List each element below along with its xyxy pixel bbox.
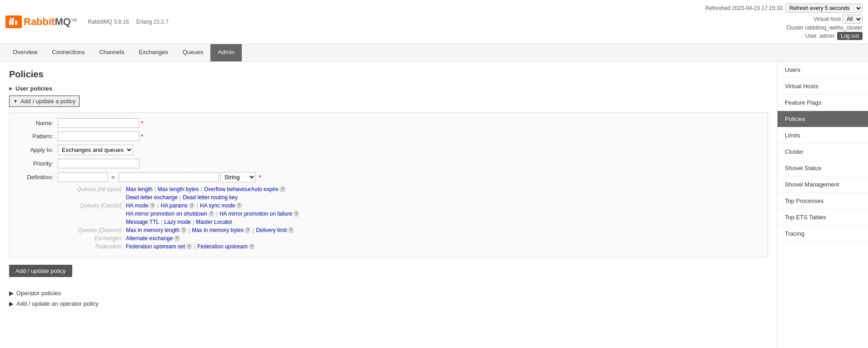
name-label: Name:: [17, 120, 58, 126]
sidebar-item-policies[interactable]: Policies: [778, 111, 868, 127]
dead-letter-exchange-link[interactable]: Dead letter exchange: [126, 194, 178, 201]
sep1: |: [155, 186, 156, 192]
nav-item-connections[interactable]: Connections: [45, 44, 92, 61]
definition-value-input[interactable]: [119, 172, 219, 182]
overflow-link[interactable]: Overflow behaviour: [204, 186, 251, 192]
operator-policies-header[interactable]: ▶ Operator policies: [9, 290, 768, 297]
cluster-value: rabbitmq_weihu_cluster: [805, 25, 863, 31]
queues-quorum-links: Max in memory length ? | Max in memory b…: [126, 227, 294, 233]
sidebar-item-shovel-status[interactable]: Shovel Status: [778, 160, 868, 177]
apply-to-row: Apply to: Exchanges and queues Exchanges…: [17, 145, 760, 155]
add-operator-header[interactable]: ▶ Add / update an operator policy: [9, 300, 768, 307]
master-locator-link[interactable]: Master Locator: [196, 219, 232, 225]
header: RabbitMQTM RabbitMQ 3.8.16 Erlang 23.2.7…: [0, 0, 868, 44]
max-in-memory-bytes-help[interactable]: ?: [244, 227, 251, 233]
ha-mode-link[interactable]: HA mode: [126, 202, 148, 209]
auto-expire-help[interactable]: ?: [279, 186, 286, 192]
auto-expire-link[interactable]: Auto expire: [251, 186, 279, 192]
logo: RabbitMQTM: [5, 15, 77, 28]
sidebar-item-users[interactable]: Users: [778, 62, 868, 78]
definition-type-select[interactable]: String Number Boolean List: [220, 172, 256, 182]
vhost-select[interactable]: All: [843, 15, 863, 24]
message-ttl-links: Message TTL | Lazy mode | Master Locator: [126, 219, 232, 225]
sidebar-item-top-processes[interactable]: Top Processes: [778, 193, 868, 209]
ha-mirror-failure-help[interactable]: ?: [293, 211, 299, 217]
help-table: Queues [All types] Max length | Max leng…: [62, 186, 760, 250]
sidebar-item-limits[interactable]: Limits: [778, 127, 868, 144]
federation-upstream-link[interactable]: Federation upstream: [197, 243, 248, 250]
max-length-bytes-link[interactable]: Max length bytes: [158, 186, 199, 192]
svg-rect-3: [10, 18, 11, 21]
definition-required: *: [259, 174, 261, 181]
sidebar-item-tracing[interactable]: Tracing: [778, 226, 868, 242]
nav-item-overview[interactable]: Overview: [5, 44, 45, 61]
main: Policies ▶ User policies ▼ Add / update …: [0, 62, 868, 348]
ha-mirror-shutdown-help[interactable]: ?: [208, 211, 215, 217]
ha-mirror-links: HA mirror promotion on shutdown ? | HA m…: [126, 211, 299, 217]
definition-row: Definition: = String Number Boolean List…: [17, 172, 760, 182]
nav-item-exchanges[interactable]: Exchanges: [131, 44, 175, 61]
max-in-memory-length-help[interactable]: ?: [180, 227, 187, 233]
add-policy-label: Add / update a policy: [20, 98, 75, 105]
logout-button[interactable]: Log out: [837, 32, 863, 40]
exchanges-links: Alternate exchange ?: [126, 235, 180, 242]
lazy-mode-link[interactable]: Lazy mode: [164, 219, 191, 225]
ha-params-link[interactable]: HA params: [160, 202, 187, 209]
apply-to-select[interactable]: Exchanges and queues Exchanges Queues: [58, 145, 133, 155]
ha-mirror-promotion-shutdown-link[interactable]: HA mirror promotion on shutdown: [126, 211, 207, 217]
cluster-label: Cluster: [786, 25, 803, 31]
queues-classic-links: HA mode ? | HA params ? | HA sync mode ?: [126, 202, 242, 209]
refresh-select[interactable]: Refresh every 5 seconds Refresh every 10…: [785, 4, 863, 13]
sep10: |: [253, 227, 254, 233]
nav-item-queues[interactable]: Queues: [175, 44, 211, 61]
delivery-limit-help[interactable]: ?: [288, 227, 294, 233]
ha-sync-mode-help[interactable]: ?: [236, 202, 242, 209]
nav-item-channels[interactable]: Channels: [92, 44, 131, 61]
max-in-memory-length-link[interactable]: Max in memory length: [126, 227, 180, 233]
ha-mode-help[interactable]: ?: [149, 202, 155, 209]
max-length-link[interactable]: Max length: [126, 186, 153, 192]
alternate-exchange-help[interactable]: ?: [174, 235, 180, 242]
refresh-row: Refreshed 2023-04-23 17:15:33 Refresh ev…: [705, 4, 863, 13]
priority-input[interactable]: [58, 159, 140, 168]
mq-word: MQ: [55, 16, 70, 27]
sidebar-item-feature-flags[interactable]: Feature Flags: [778, 95, 868, 111]
nav-item-admin[interactable]: Admin: [210, 44, 242, 61]
ha-params-help[interactable]: ?: [189, 202, 195, 209]
max-in-memory-bytes-link[interactable]: Max in memory bytes: [192, 227, 244, 233]
pattern-required: *: [141, 133, 143, 140]
refreshed-text: Refreshed 2023-04-23 17:15:33: [705, 5, 783, 11]
add-policy-form: Name: * Pattern: * Apply to: Exchanges a…: [9, 112, 768, 257]
definition-key-input[interactable]: [58, 172, 108, 182]
federation-upstream-help[interactable]: ?: [249, 243, 255, 250]
help-row-queues-classic: Queues [Classic] HA mode ? | HA params ?…: [62, 202, 760, 209]
dead-letter-routing-key-link[interactable]: Dead letter routing key: [183, 194, 238, 201]
sep3: |: [180, 194, 181, 201]
federation-upstream-set-link[interactable]: Federation upstream set: [126, 243, 185, 250]
add-operator-arrow: ▶: [9, 300, 14, 307]
add-policy-arrow: ▼: [13, 99, 18, 104]
alternate-exchange-link[interactable]: Alternate exchange: [126, 235, 173, 242]
sidebar-item-virtual-hosts[interactable]: Virtual Hosts: [778, 78, 868, 95]
erlang-version: Erlang 23.2.7: [136, 19, 169, 25]
delivery-limit-link[interactable]: Delivery limit: [256, 227, 287, 233]
pattern-input[interactable]: [58, 131, 140, 141]
user-policies-header[interactable]: ▶ User policies: [9, 85, 768, 92]
operator-policies-section: ▶ Operator policies: [9, 290, 768, 297]
name-input[interactable]: [58, 118, 140, 128]
sidebar-item-top-ets-tables[interactable]: Top ETS Tables: [778, 209, 868, 226]
federation-upstream-set-help[interactable]: ?: [186, 243, 192, 250]
sidebar-item-cluster[interactable]: Cluster: [778, 144, 868, 160]
definition-inputs: = String Number Boolean List *: [58, 172, 261, 182]
add-policy-button[interactable]: Add / update policy: [9, 265, 72, 277]
ha-sync-mode-link[interactable]: HA sync mode: [200, 202, 235, 209]
message-ttl-link[interactable]: Message TTL: [126, 219, 159, 225]
version-info: RabbitMQ 3.8.16 Erlang 23.2.7: [88, 19, 169, 25]
queues-all-links: Max length | Max length bytes | Overflow…: [126, 186, 286, 192]
priority-row: Priority:: [17, 159, 760, 168]
exchanges-category: Exchanges: [62, 235, 126, 242]
add-policy-toggle[interactable]: ▼ Add / update a policy: [9, 96, 80, 107]
ha-mirror-promotion-failure-link[interactable]: HA mirror promotion on failure: [219, 211, 292, 217]
help-row-dead-letter: Dead letter exchange | Dead letter routi…: [62, 194, 760, 201]
sidebar-item-shovel-management[interactable]: Shovel Management: [778, 177, 868, 193]
